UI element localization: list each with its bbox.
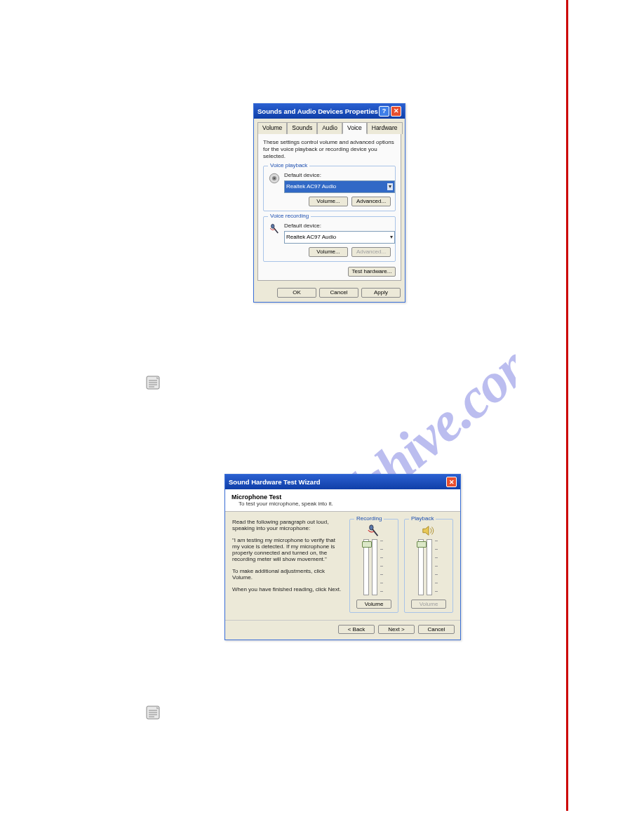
note-icon bbox=[145, 704, 161, 721]
playback-device-value: Realtek AC97 Audio bbox=[286, 183, 336, 190]
instruction-p4: When you have finished reading, click Ne… bbox=[232, 586, 342, 593]
chevron-down-icon: ▾ bbox=[390, 234, 393, 241]
default-device-label: Default device: bbox=[284, 172, 391, 179]
playback-advanced-button[interactable]: Advanced... bbox=[351, 197, 391, 206]
svg-line-17 bbox=[373, 529, 377, 536]
speaker-icon bbox=[421, 524, 436, 538]
playback-volume-slider[interactable] bbox=[418, 539, 424, 595]
next-button[interactable]: Next > bbox=[378, 625, 415, 634]
tab-row: Volume Sounds Audio Voice Hardware bbox=[254, 119, 405, 133]
tab-hardware[interactable]: Hardware bbox=[367, 122, 403, 134]
group-label: Voice recording bbox=[268, 213, 311, 220]
playback-volume-button: Volume bbox=[411, 600, 446, 609]
speaker-icon bbox=[268, 172, 281, 185]
tab-audio[interactable]: Audio bbox=[317, 122, 342, 134]
slider-thumb[interactable] bbox=[417, 541, 427, 548]
slider-thumb[interactable] bbox=[362, 541, 372, 548]
group-label: Playback bbox=[409, 515, 436, 522]
instructions-text: Read the following paragraph out loud, s… bbox=[232, 519, 342, 613]
tab-volume[interactable]: Volume bbox=[257, 122, 287, 134]
meter-ticks bbox=[435, 541, 439, 595]
voice-playback-group: Voice playback Default device: Realtek A… bbox=[263, 166, 396, 211]
microphone-icon bbox=[366, 524, 382, 538]
dialog-title: Sounds and Audio Devices Properties bbox=[257, 107, 378, 116]
group-label: Voice playback bbox=[268, 162, 309, 169]
microphone-icon bbox=[268, 223, 281, 235]
instruction-p3: To make additional adjustments, click Vo… bbox=[232, 568, 342, 581]
titlebar[interactable]: Sound Hardware Test Wizard ✕ bbox=[225, 475, 460, 489]
playback-level-meter bbox=[427, 539, 432, 595]
ok-button[interactable]: OK bbox=[277, 288, 316, 298]
voice-recording-group: Voice recording Default device: Realtek … bbox=[263, 216, 396, 262]
note-icon bbox=[145, 374, 161, 391]
default-device-label: Default device: bbox=[284, 223, 391, 230]
dialog-title: Sound Hardware Test Wizard bbox=[229, 478, 321, 486]
help-button[interactable]: ? bbox=[379, 106, 389, 117]
tab-sounds[interactable]: Sounds bbox=[287, 122, 317, 134]
meter-ticks bbox=[380, 541, 384, 595]
tab-voice[interactable]: Voice bbox=[342, 122, 367, 134]
wizard-step-title: Microphone Test bbox=[232, 494, 454, 501]
svg-point-3 bbox=[274, 178, 275, 179]
back-button[interactable]: < Back bbox=[338, 625, 375, 634]
chevron-down-icon: ▾ bbox=[387, 183, 393, 190]
panel-description: These settings control volume and advanc… bbox=[263, 139, 396, 160]
instruction-p1: Read the following paragraph out loud, s… bbox=[232, 519, 342, 531]
group-label: Recording bbox=[354, 515, 384, 522]
sound-hardware-test-wizard-dialog: Sound Hardware Test Wizard ✕ Microphone … bbox=[224, 474, 461, 640]
test-hardware-button[interactable]: Test hardware... bbox=[348, 267, 396, 277]
svg-point-16 bbox=[370, 525, 373, 530]
wizard-header: Microphone Test To test your microphone,… bbox=[225, 489, 460, 512]
titlebar[interactable]: Sounds and Audio Devices Properties ? ✕ bbox=[254, 104, 405, 119]
svg-point-4 bbox=[271, 224, 275, 228]
recording-volume-button[interactable]: Volume bbox=[356, 600, 391, 609]
tab-panel: These settings control volume and advanc… bbox=[257, 133, 401, 281]
cancel-button[interactable]: Cancel bbox=[418, 625, 455, 634]
instruction-p2: "I am testing my microphone to verify th… bbox=[232, 537, 342, 562]
recording-volume-slider[interactable] bbox=[363, 539, 369, 595]
playback-volume-button[interactable]: Volume... bbox=[309, 197, 348, 206]
dialog-button-row: OK Cancel Apply bbox=[254, 284, 405, 302]
recording-device-value: Realtek AC97 Audio bbox=[286, 234, 336, 241]
recording-meter-group: Recording Volume bbox=[349, 519, 398, 613]
recording-advanced-button: Advanced... bbox=[351, 247, 391, 257]
close-button[interactable]: ✕ bbox=[446, 477, 457, 487]
svg-line-5 bbox=[274, 227, 278, 233]
wizard-button-row: < Back Next > Cancel bbox=[225, 620, 460, 640]
page-divider bbox=[566, 0, 568, 811]
playback-device-select[interactable]: Realtek AC97 Audio ▾ bbox=[284, 180, 395, 193]
wizard-step-subtitle: To test your microphone, speak into it. bbox=[239, 501, 454, 507]
playback-meter-group: Playback Volume bbox=[404, 519, 453, 613]
recording-device-select[interactable]: Realtek AC97 Audio ▾ bbox=[284, 231, 395, 244]
recording-volume-button[interactable]: Volume... bbox=[309, 247, 348, 257]
audio-properties-dialog: Sounds and Audio Devices Properties ? ✕ … bbox=[253, 103, 405, 303]
apply-button[interactable]: Apply bbox=[361, 288, 401, 298]
recording-level-meter bbox=[372, 539, 377, 595]
close-button[interactable]: ✕ bbox=[391, 106, 401, 117]
cancel-button[interactable]: Cancel bbox=[319, 288, 358, 298]
